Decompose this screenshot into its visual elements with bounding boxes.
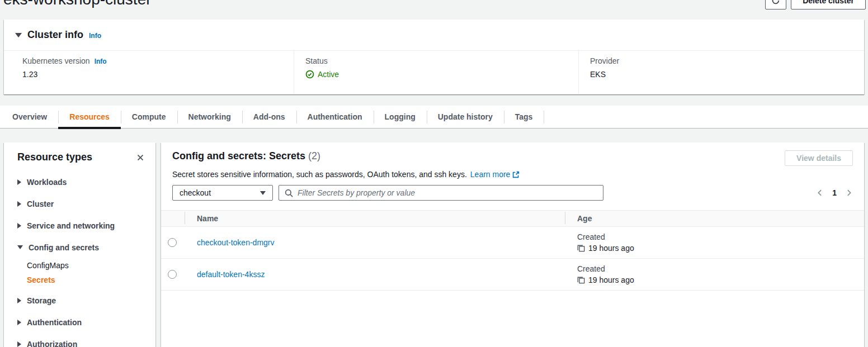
caret-right-icon <box>17 298 21 303</box>
status-field: Status Active <box>294 51 578 94</box>
sidebar-close-button[interactable] <box>135 153 145 163</box>
dropdown-caret-icon <box>260 191 266 195</box>
tab-add-ons[interactable]: Add-ons <box>242 106 296 128</box>
external-link-icon <box>512 171 520 178</box>
copy-icon[interactable] <box>577 276 585 284</box>
tab-networking[interactable]: Networking <box>177 106 242 128</box>
row-radio-button[interactable] <box>168 238 177 247</box>
filter-type-dropdown-value: checkout <box>180 188 211 197</box>
sidebar-group-authentication[interactable]: Authentication <box>4 311 155 333</box>
age-created-label: Created <box>577 232 864 241</box>
caret-down-icon <box>17 245 23 249</box>
tab-compute[interactable]: Compute <box>121 106 177 128</box>
refresh-button[interactable] <box>765 0 786 9</box>
search-icon <box>285 189 293 197</box>
status-label: Status <box>305 56 328 65</box>
caret-right-icon <box>17 341 21 347</box>
check-circle-icon <box>305 70 314 79</box>
learn-more-link[interactable]: Learn more <box>470 170 520 179</box>
caret-right-icon <box>17 179 21 185</box>
header-actions: Delete cluster <box>765 0 866 9</box>
caret-right-icon <box>17 320 21 325</box>
tab-overview[interactable]: Overview <box>1 106 58 128</box>
secret-name-link[interactable]: default-token-4kssz <box>197 270 265 279</box>
secrets-count: (2) <box>308 150 320 161</box>
cluster-info-title: Cluster info <box>27 29 83 41</box>
sidebar-group-service-and-networking[interactable]: Service and networking <box>4 215 155 236</box>
cluster-tabs: Overview Resources Compute Networking Ad… <box>0 106 868 129</box>
provider-label: Provider <box>590 56 619 65</box>
tab-update-history[interactable]: Update history <box>427 106 504 128</box>
cluster-info-header[interactable]: Cluster info Info <box>4 20 864 51</box>
kubernetes-version-value: 1.23 <box>22 70 294 79</box>
close-icon <box>136 154 144 161</box>
tab-resources[interactable]: Resources <box>58 106 121 128</box>
cluster-info-info-link[interactable]: Info <box>89 32 101 40</box>
tab-logging[interactable]: Logging <box>374 106 427 128</box>
cluster-info-body: Kubernetes version Info 1.23 Status Acti… <box>4 51 864 94</box>
secrets-panel-title: Config and secrets: Secrets (2) <box>172 150 320 162</box>
secrets-description: Secret stores sensitive information, suc… <box>161 166 864 179</box>
filter-type-dropdown[interactable]: checkout <box>172 185 273 201</box>
column-header-age[interactable]: Age <box>565 214 864 223</box>
tab-authentication[interactable]: Authentication <box>296 106 374 128</box>
sidebar-group-storage[interactable]: Storage <box>4 289 155 311</box>
age-value: 19 hours ago <box>588 275 634 284</box>
table-header-row: Name Age <box>161 210 864 227</box>
next-page-button[interactable] <box>845 189 853 197</box>
tab-tags[interactable]: Tags <box>504 106 544 128</box>
kubernetes-version-field: Kubernetes version Info 1.23 <box>4 51 294 94</box>
collapse-caret-icon <box>15 33 22 37</box>
pagination: 1 <box>816 188 853 197</box>
age-created-label: Created <box>577 264 864 273</box>
current-page-number[interactable]: 1 <box>832 188 837 197</box>
table-row: default-token-4kssz Created 19 hours ago <box>161 259 864 291</box>
provider-field: Provider EKS <box>578 51 864 94</box>
resource-types-list: Workloads Cluster Service and networking… <box>4 171 155 347</box>
column-header-name[interactable]: Name <box>185 214 565 223</box>
delete-cluster-button[interactable]: Delete cluster <box>791 0 866 9</box>
previous-page-button[interactable] <box>816 189 824 197</box>
age-cell: Created 19 hours ago <box>565 264 864 284</box>
resource-types-sidebar: Resource types Workloads Cluster Service… <box>4 142 155 347</box>
provider-value: EKS <box>590 70 864 79</box>
view-details-button[interactable]: View details <box>785 150 853 166</box>
kubernetes-version-info-link[interactable]: Info <box>95 58 107 65</box>
status-value: Active <box>318 70 339 79</box>
secrets-filter-input[interactable] <box>298 188 597 197</box>
refresh-icon <box>771 0 780 5</box>
sidebar-item-secrets[interactable]: Secrets <box>4 273 155 287</box>
chevron-right-icon <box>845 189 853 197</box>
secrets-table: Name Age checkout-token-dmgrv Created 19… <box>161 210 864 291</box>
secrets-search-box <box>279 185 603 201</box>
page-title: eks-workshop-cluster <box>3 0 152 8</box>
active-tab-underline <box>58 127 121 129</box>
secrets-panel: Config and secrets: Secrets (2) View det… <box>161 142 864 347</box>
row-radio-button[interactable] <box>168 270 177 279</box>
sidebar-group-workloads[interactable]: Workloads <box>4 171 155 193</box>
sidebar-group-config-and-secrets[interactable]: Config and secrets <box>4 236 155 258</box>
status-badge: Active <box>305 70 578 79</box>
sidebar-item-configmaps[interactable]: ConfigMaps <box>4 258 155 273</box>
caret-right-icon <box>17 223 21 229</box>
copy-icon[interactable] <box>577 244 585 252</box>
sidebar-title: Resource types <box>17 151 92 163</box>
caret-right-icon <box>17 201 21 207</box>
sidebar-group-authorization[interactable]: Authorization <box>4 333 155 347</box>
secret-name-link[interactable]: checkout-token-dmgrv <box>197 238 275 247</box>
kubernetes-version-label: Kubernetes version <box>22 56 90 65</box>
age-value: 19 hours ago <box>588 244 634 253</box>
sidebar-group-cluster[interactable]: Cluster <box>4 193 155 215</box>
table-row: checkout-token-dmgrv Created 19 hours ag… <box>161 227 864 259</box>
chevron-left-icon <box>816 189 824 197</box>
age-cell: Created 19 hours ago <box>565 232 864 253</box>
cluster-info-panel: Cluster info Info Kubernetes version Inf… <box>4 20 864 94</box>
